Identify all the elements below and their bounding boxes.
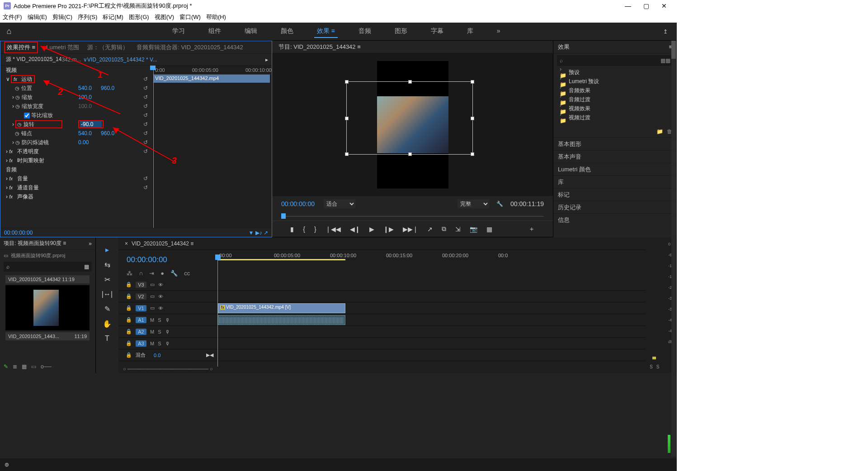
ws-assembly[interactable]: 组件: [206, 25, 224, 38]
effects-search[interactable]: ⌕▦ ▦: [557, 55, 673, 66]
acc-essential-graphics[interactable]: 基本图形: [553, 137, 677, 150]
menu-edit[interactable]: 编辑(E): [28, 13, 47, 21]
track-a2[interactable]: 🔒A2MS🎙: [118, 326, 218, 338]
sequence-close-icon[interactable]: ×: [125, 240, 128, 247]
ws-learn[interactable]: 学习: [170, 25, 188, 38]
filter-icon[interactable]: ▦: [84, 264, 89, 270]
menu-window[interactable]: 窗口(W): [179, 13, 201, 21]
project-clip-thumb[interactable]: VID_20201025_144342 11:19 VID_20201025_1…: [5, 275, 90, 340]
tab-effect-controls[interactable]: 效果控件 ≡: [4, 42, 38, 53]
goto-out-icon[interactable]: ▶▶❘: [403, 226, 418, 233]
selection-tool[interactable]: ▸: [105, 245, 109, 254]
filter-icon[interactable]: ▦: [660, 57, 665, 64]
effect-timeline[interactable]: 0:00 00:00:05:00 00:00:10:00 VID_2020102…: [152, 66, 272, 228]
ws-audio[interactable]: 音频: [356, 25, 374, 38]
maximize-button[interactable]: ▢: [637, 2, 655, 9]
settings-icon[interactable]: ●: [160, 270, 164, 279]
menu-graphics[interactable]: 图形(G): [129, 13, 149, 21]
export-icon[interactable]: ↥: [654, 28, 677, 35]
wrench-icon[interactable]: 🔧: [496, 201, 503, 207]
timeline-timecode[interactable]: 00:00:00:00: [127, 255, 167, 264]
camera-icon[interactable]: 📷: [470, 226, 477, 233]
compare-icon[interactable]: ▦: [486, 226, 492, 233]
ws-edit[interactable]: 编辑: [242, 25, 260, 38]
solo-left[interactable]: S: [650, 364, 653, 369]
selection-box[interactable]: [346, 81, 473, 155]
volume-effect[interactable]: 音量: [17, 175, 28, 182]
track-mix[interactable]: 🔒混合0.0▶◀: [118, 349, 218, 361]
channel-volume-effect[interactable]: 通道音量: [17, 184, 39, 191]
sequence-title[interactable]: VID_20201025_144342 ≡: [132, 240, 193, 247]
project-more-icon[interactable]: »: [89, 240, 92, 247]
link-icon[interactable]: ∩: [139, 270, 143, 279]
cc-icon[interactable]: cc: [184, 270, 190, 279]
folder-audio-fx[interactable]: › 📁音频效果: [553, 86, 677, 95]
play-icon[interactable]: ▶: [369, 226, 374, 233]
ws-captions[interactable]: 字幕: [428, 25, 446, 38]
ws-libraries[interactable]: 库: [464, 25, 476, 38]
scrollbar[interactable]: [671, 41, 676, 457]
menu-help[interactable]: 帮助(H): [206, 13, 226, 21]
track-a3[interactable]: 🔒A3MS🎙: [118, 338, 218, 349]
prop-position[interactable]: 位置: [21, 85, 32, 91]
folder-video-trans[interactable]: › 📁视频过渡: [553, 113, 677, 122]
cc-icon[interactable]: ⊚: [5, 462, 9, 468]
new-bin-icon[interactable]: 📁: [656, 128, 663, 137]
fit-dropdown[interactable]: 适合: [324, 199, 355, 208]
minimize-button[interactable]: —: [619, 2, 637, 9]
mark-in-icon[interactable]: ▮: [290, 226, 294, 233]
ws-effects[interactable]: 效果 ≡: [314, 25, 338, 38]
resolution-dropdown[interactable]: 完整: [458, 199, 489, 208]
tab-audio-mixer[interactable]: 音频剪辑混合器: VID_20201025_144342: [137, 43, 243, 52]
add-button-icon[interactable]: ＋: [528, 225, 535, 233]
timeline-content[interactable]: fxVID_20201025_144342.mp4 [V]: [218, 279, 645, 365]
track-a1[interactable]: 🔒A1MS🎙: [118, 314, 218, 326]
uniform-scale-checkbox[interactable]: [24, 113, 30, 118]
menu-clip[interactable]: 剪辑(C): [52, 13, 72, 21]
effect-timecode[interactable]: 00:00:00:00: [4, 230, 33, 236]
folder-video-fx[interactable]: › 📁视频效果: [553, 104, 677, 113]
prop-rotation[interactable]: 旋转: [24, 121, 34, 127]
icon-view-icon[interactable]: ▦: [22, 363, 27, 370]
extract-icon[interactable]: ⧉: [442, 225, 446, 233]
opacity-effect[interactable]: 不透明度: [17, 148, 39, 155]
panner-effect[interactable]: 声像器: [17, 193, 33, 200]
audio-clip[interactable]: [218, 315, 345, 325]
effect-foot-icons[interactable]: ▼ ▶♪ ↗: [248, 230, 268, 236]
hand-tool[interactable]: ✋: [103, 320, 112, 328]
acc-history[interactable]: 历史记录: [553, 201, 677, 213]
lift-icon[interactable]: ↗: [427, 226, 433, 233]
menu-file[interactable]: 文件(F): [3, 13, 22, 21]
scale-value[interactable]: 100.0: [78, 94, 92, 100]
step-forward-icon[interactable]: ❙▶: [383, 226, 394, 233]
ws-graphics[interactable]: 图形: [392, 25, 410, 38]
timeline-playhead[interactable]: [215, 254, 221, 260]
ws-more[interactable]: »: [494, 25, 503, 38]
motion-effect[interactable]: 运动: [21, 76, 32, 82]
timeline-zoom[interactable]: ○ ─────────────────────── ○: [118, 365, 645, 373]
track-select-tool[interactable]: ⇆: [104, 260, 110, 269]
bin-icon[interactable]: ▭: [4, 253, 8, 259]
program-title[interactable]: 节目: VID_20201025_144342 ≡: [278, 43, 361, 51]
folder-presets[interactable]: › 📁预设: [553, 68, 677, 77]
playhead-icon[interactable]: [150, 66, 156, 70]
timeline-ruler[interactable]: :00:0000:00:05:0000:00:10:0000:00:15:000…: [218, 250, 645, 270]
marker-icon[interactable]: ⇥: [149, 270, 154, 279]
wrench-icon[interactable]: 🔧: [170, 270, 178, 279]
menu-view[interactable]: 视图(V): [155, 13, 174, 21]
set-in-icon[interactable]: {: [303, 226, 305, 233]
home-icon[interactable]: ⌂: [0, 27, 18, 36]
position-y[interactable]: 960.0: [101, 85, 114, 91]
acc-lumetri-color[interactable]: Lumetri 颜色: [553, 163, 677, 175]
program-timecode-left[interactable]: 00:00:00:00: [281, 200, 315, 207]
type-tool[interactable]: T: [105, 334, 109, 343]
menu-sequence[interactable]: 序列(S): [78, 13, 97, 21]
tab-lumetri-scopes[interactable]: Lumetri 范围: [46, 43, 79, 52]
set-out-icon[interactable]: }: [314, 226, 316, 233]
prop-scale[interactable]: 缩放: [22, 94, 33, 100]
pen-tool[interactable]: ✎: [104, 305, 110, 313]
program-scrubber[interactable]: [281, 212, 544, 221]
ws-color[interactable]: 颜色: [278, 25, 296, 38]
work-area-bar[interactable]: [218, 259, 345, 260]
freeform-icon[interactable]: ▭: [31, 363, 36, 370]
